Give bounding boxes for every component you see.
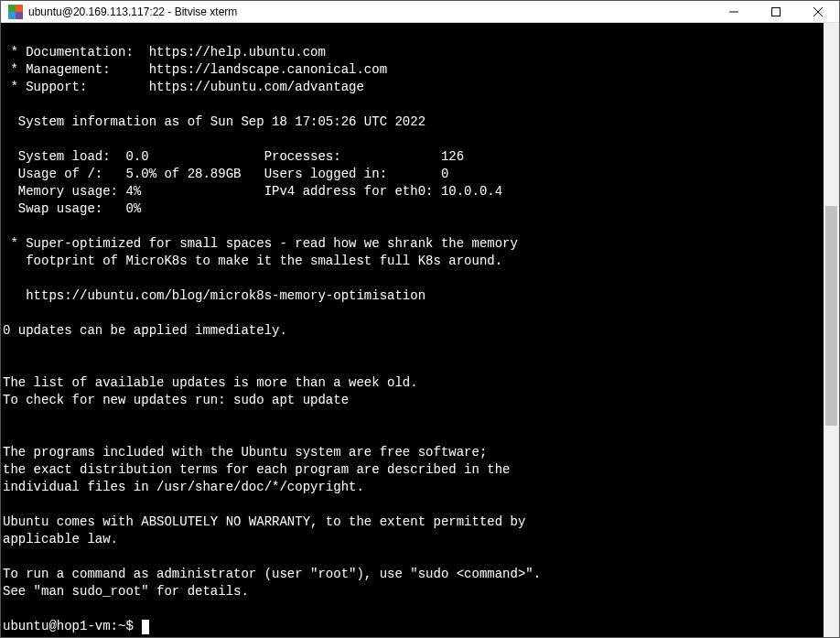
terminal-line: The list of available updates is more th…	[3, 374, 822, 392]
scrollbar-track[interactable]	[824, 23, 839, 637]
terminal-line	[3, 409, 822, 427]
terminal-line: Ubuntu comes with ABSOLUTELY NO WARRANTY…	[3, 514, 822, 531]
terminal-line	[3, 96, 822, 114]
svg-rect-1	[16, 5, 23, 12]
terminal-line: Swap usage: 0%	[3, 200, 822, 218]
app-icon	[8, 5, 23, 19]
terminal-line	[3, 548, 822, 566]
svg-rect-5	[772, 7, 781, 16]
terminal-line: Usage of /: 5.0% of 28.89GB Users logged…	[3, 166, 822, 183]
terminal-line: To check for new updates run: sudo apt u…	[3, 392, 822, 409]
close-button[interactable]	[797, 1, 839, 22]
application-window: ubuntu@20.169.113.117:22 - Bitvise xterm…	[0, 0, 840, 638]
prompt-text: ubuntu@hop1-vm:~$	[3, 618, 141, 635]
svg-rect-3	[16, 12, 23, 19]
terminal-line	[3, 600, 822, 618]
window-controls	[713, 1, 839, 22]
terminal-line: * Super-optimized for small spaces - rea…	[3, 235, 822, 253]
terminal-line: * Support: https://ubuntu.com/advantage	[3, 79, 822, 96]
terminal-line	[3, 218, 822, 235]
terminal-line: System load: 0.0 Processes: 126	[3, 148, 822, 166]
terminal-line: the exact distribution terms for each pr…	[3, 461, 822, 479]
terminal-line: See "man sudo_root" for details.	[3, 583, 822, 600]
prompt-line[interactable]: ubuntu@hop1-vm:~$	[3, 618, 822, 635]
terminal-line: * Management: https://landscape.canonica…	[3, 61, 822, 79]
terminal-line: * Documentation: https://help.ubuntu.com	[3, 44, 822, 61]
terminal-line	[3, 357, 822, 374]
terminal-line	[3, 131, 822, 148]
scrollbar-thumb[interactable]	[825, 206, 837, 426]
window-title: ubuntu@20.169.113.117:22 - Bitvise xterm	[28, 5, 237, 18]
cursor	[142, 620, 149, 634]
svg-rect-0	[8, 5, 16, 12]
terminal-line: Memory usage: 4% IPv4 address for eth0: …	[3, 183, 822, 200]
terminal-line: The programs included with the Ubuntu sy…	[3, 444, 822, 461]
terminal-line: applicable law.	[3, 531, 822, 548]
terminal-line	[3, 496, 822, 514]
terminal[interactable]: * Documentation: https://help.ubuntu.com…	[1, 23, 824, 637]
terminal-line	[3, 305, 822, 322]
terminal-line: 0 updates can be applied immediately.	[3, 322, 822, 340]
terminal-line	[3, 270, 822, 287]
terminal-line: individual files in /usr/share/doc/*/cop…	[3, 479, 822, 496]
terminal-line	[3, 27, 822, 44]
terminal-wrap: * Documentation: https://help.ubuntu.com…	[1, 23, 839, 637]
titlebar[interactable]: ubuntu@20.169.113.117:22 - Bitvise xterm	[1, 1, 839, 23]
terminal-line: footprint of MicroK8s to make it the sma…	[3, 253, 822, 270]
terminal-line: To run a command as administrator (user …	[3, 566, 822, 583]
minimize-button[interactable]	[713, 1, 755, 22]
maximize-button[interactable]	[755, 1, 797, 22]
terminal-line	[3, 427, 822, 444]
svg-rect-2	[8, 12, 16, 19]
terminal-line: System information as of Sun Sep 18 17:0…	[3, 114, 822, 131]
terminal-line	[3, 340, 822, 357]
terminal-line: https://ubuntu.com/blog/microk8s-memory-…	[3, 287, 822, 305]
